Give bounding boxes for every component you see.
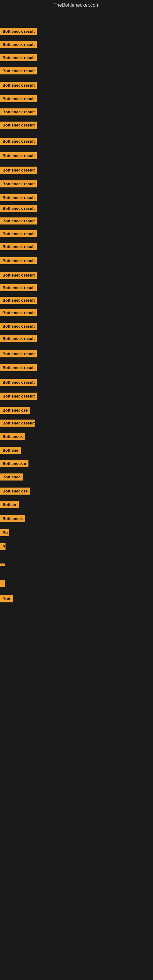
- bottleneck-result-item: Bottleneck result: [0, 257, 37, 266]
- bottleneck-result-item: Bottleneck result: [0, 54, 37, 62]
- bottleneck-result-label: Bottlen: [0, 501, 19, 508]
- bottleneck-result-label: Bottleneck: [0, 515, 25, 522]
- bottleneck-result-label: Bottleneck result: [0, 393, 37, 400]
- bottleneck-result-label: Bottleneck result: [0, 205, 37, 212]
- bottleneck-result-item: Bottleneck result: [0, 194, 37, 202]
- bottleneck-result-label: Bottleneck result: [0, 323, 37, 330]
- bottleneck-result-label: Bottleneck result: [0, 379, 37, 386]
- bottleneck-result-item: Bottleneck result: [0, 205, 37, 213]
- bottleneck-result-label: Bottleneck result: [0, 167, 37, 173]
- bottleneck-result-item: Bottleneck: [0, 433, 25, 441]
- bottleneck-result-label: Bottleneck result: [0, 82, 37, 89]
- bottleneck-result-label: Bottleneck result: [0, 335, 37, 342]
- bottleneck-result-label: Bottleneck e: [0, 460, 29, 467]
- bottleneck-result-label: Bottleneck result: [0, 108, 37, 115]
- bottleneck-result-item: Bottleneck re: [0, 407, 30, 415]
- bottleneck-result-item: Bottleneck result: [0, 420, 35, 428]
- bottleneck-result-label: [0, 563, 5, 566]
- bottleneck-result-item: Bottleneck result: [0, 284, 37, 293]
- bottleneck-result-item: Bottleneck result: [0, 272, 37, 280]
- bottleneck-result-item: Bottleneck result: [0, 350, 37, 359]
- bottleneck-result-item: Bottleneck result: [0, 218, 37, 226]
- bottleneck-result-item: Bottleneck result: [0, 28, 37, 36]
- bottleneck-result-item: B: [0, 543, 5, 552]
- bottleneck-result-item: I: [0, 580, 5, 588]
- bottleneck-result-item: Bottlen: [0, 501, 19, 509]
- bottleneck-result-label: Bottleneck result: [0, 230, 37, 237]
- bottleneck-result-item: Bott: [0, 595, 13, 604]
- bottleneck-result-label: Bottlenec: [0, 474, 23, 480]
- bottleneck-result-label: Bottleneck result: [0, 218, 37, 224]
- bottleneck-result-label: Bottleneck result: [0, 297, 37, 304]
- bottleneck-result-label: Bottleneck result: [0, 41, 37, 48]
- bottleneck-result-item: Bottleneck result: [0, 297, 37, 305]
- bottleneck-result-item: Bottleneck e: [0, 460, 29, 468]
- bottleneck-result-label: Bo: [0, 529, 9, 536]
- bottleneck-result-item: Bottleneck result: [0, 152, 37, 161]
- bottleneck-result-label: Bottleneck result: [0, 284, 37, 291]
- bottleneck-result-label: Bottleneck result: [0, 420, 35, 426]
- bottleneck-result-label: Bottleneck re: [0, 488, 30, 495]
- bottleneck-result-label: Bottleneck result: [0, 180, 37, 188]
- bottleneck-result-item: Bottleneck result: [0, 122, 37, 130]
- bottleneck-result-label: Bottleneck result: [0, 243, 37, 250]
- bottleneck-result-item: [0, 562, 5, 567]
- bottleneck-result-item: Bottleneck result: [0, 82, 37, 90]
- bottleneck-result-label: Bottleneck result: [0, 152, 37, 159]
- bottleneck-result-label: Bottleneck result: [0, 28, 37, 35]
- bottleneck-result-item: Bottleneck re: [0, 488, 30, 496]
- bottleneck-result-item: Bo: [0, 529, 9, 538]
- bottleneck-result-item: Bottleneck result: [0, 364, 37, 372]
- bottleneck-result-label: Bottleneck result: [0, 122, 37, 129]
- bottleneck-result-item: Bottleneck result: [0, 138, 37, 146]
- bottleneck-result-item: Bottleneck result: [0, 167, 37, 175]
- bottleneck-result-label: I: [0, 580, 5, 587]
- bottleneck-result-item: Bottleneck result: [0, 323, 37, 331]
- bottleneck-result-item: Bottleneck result: [0, 108, 37, 117]
- site-title: TheBottlenecker.com: [0, 0, 153, 10]
- bottleneck-result-label: Bottleneck result: [0, 364, 37, 371]
- bottleneck-result-item: Bottleneck result: [0, 309, 37, 318]
- bottleneck-result-item: Bottleneck result: [0, 67, 37, 76]
- bottleneck-result-item: Bottleneck result: [0, 95, 37, 103]
- bottleneck-result-label: Bottleneck result: [0, 257, 37, 264]
- bottleneck-result-item: Bottleneck result: [0, 230, 37, 239]
- bottleneck-result-label: Bottlene: [0, 447, 21, 454]
- bottleneck-result-item: Bottlenec: [0, 474, 23, 482]
- bottleneck-result-item: Bottlene: [0, 447, 21, 455]
- bottleneck-result-label: Bottleneck result: [0, 138, 37, 145]
- bottleneck-result-item: Bottleneck result: [0, 393, 37, 401]
- bottleneck-result-label: Bottleneck result: [0, 309, 37, 317]
- bottleneck-result-item: Bottleneck result: [0, 335, 37, 343]
- bottleneck-result-label: Bottleneck result: [0, 95, 37, 102]
- bottleneck-result-label: Bottleneck result: [0, 67, 37, 75]
- bottleneck-result-item: Bottleneck result: [0, 379, 37, 387]
- bottleneck-result-item: Bottleneck result: [0, 180, 37, 189]
- bottleneck-result-label: Bottleneck result: [0, 272, 37, 279]
- bottleneck-result-label: Bottleneck result: [0, 194, 37, 201]
- bottleneck-result-item: Bottleneck: [0, 515, 25, 523]
- bottleneck-result-label: B: [0, 543, 5, 550]
- bottleneck-result-item: Bottleneck result: [0, 243, 37, 251]
- bottleneck-result-label: Bottleneck result: [0, 350, 37, 357]
- bottleneck-result-label: Bott: [0, 595, 13, 602]
- bottleneck-result-label: Bottleneck re: [0, 407, 30, 414]
- bottleneck-result-item: Bottleneck result: [0, 41, 37, 49]
- bottleneck-result-label: Bottleneck: [0, 433, 25, 440]
- bottleneck-result-label: Bottleneck result: [0, 54, 37, 61]
